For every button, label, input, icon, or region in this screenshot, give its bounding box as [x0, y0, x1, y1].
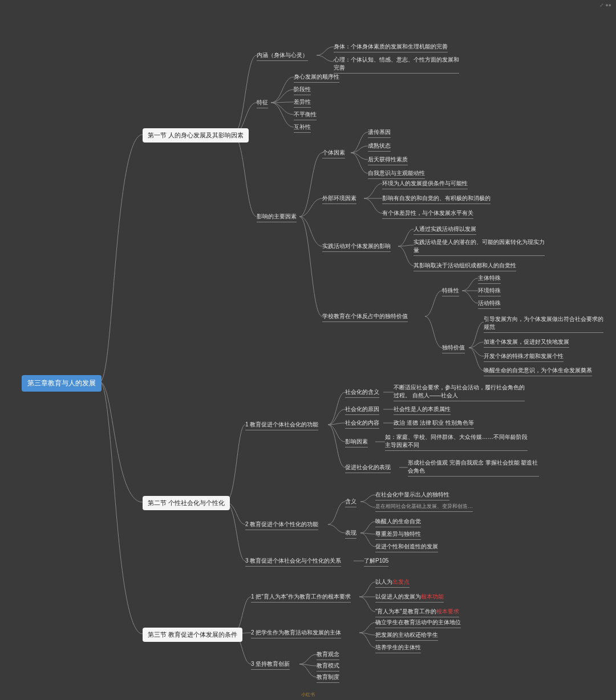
s1-b3-c4-d1-label[interactable]: 特殊性 [442, 287, 459, 296]
s2-b2-c2-leaf-1: 尊重差异与独特性 [375, 530, 421, 540]
s1-b3-c4-label[interactable]: 学校教育在个体反占中的独特价值 [322, 312, 408, 322]
s1-b3-c1-leaf-2: 后天获得性素质 [368, 156, 408, 165]
s1-b2-label[interactable]: 特征 [257, 99, 268, 108]
s1-b3-c1-leaf-3: 自我意识与主观能动性 [368, 169, 425, 179]
s2-b1-c5-label[interactable]: 促进社会化的表现 [345, 463, 391, 473]
s3-b2-leaf-1: 把发展的主动权还给学生 [375, 631, 438, 641]
s1-b3-c1-leaf-0: 遗传基因 [368, 128, 391, 138]
s1-b3-c4-d2-leaf-3: 唤醒生命的自觉意识，为个体生命发展奠基 [484, 367, 592, 376]
s3-b2-leaf-0: 确立学生在教育活动中的主体地位 [375, 618, 461, 628]
s1-b3-c3-leaf-2: 其影响取决于活动组织成都和人的自觉性 [414, 262, 516, 271]
s1-b2-leaf-3: 不平衡性 [294, 111, 317, 120]
s3-b3-leaf-2: 教育制度 [317, 673, 339, 683]
s1-b1-label[interactable]: 内涵（身体与心灵） [257, 51, 308, 61]
mindmap-canvas: ⤢ ●● [0, 0, 616, 700]
s1-b3-c4-d1-leaf-1: 环境特殊 [478, 287, 501, 296]
s3-b3-label[interactable]: 3 坚持教育创新 [251, 660, 290, 670]
s2-b3-label[interactable]: 3 教育促进个体社会化与个性化的关系 [245, 557, 341, 567]
s3-b1-leaf-2: “育人为本”是教育工作的根本要求 [375, 608, 459, 617]
s3-b1-leaf-1: 以促进人的发展为根本功能 [375, 593, 444, 603]
s1-b1-leaf-0: 身体：个体身体素质的发展和生理机能的完善 [334, 43, 448, 52]
s2-b1-c4-label[interactable]: 影响因素 [345, 438, 368, 447]
s2-b2-label[interactable]: 2 教育促进个体个性化的功能 [245, 520, 318, 530]
s1-b2-leaf-1: 阶段性 [294, 86, 311, 95]
s1-b3-c4-d2-label[interactable]: 独特价值 [442, 344, 465, 353]
s1-b2-leaf-2: 差异性 [294, 98, 311, 108]
s1-b3-c1-label[interactable]: 个体因素 [322, 149, 345, 158]
s3-b2-label[interactable]: 2 把学生作为教育活动和发展的主体 [251, 629, 341, 638]
root-node[interactable]: 第三章教育与人的发展 [22, 375, 102, 392]
s1-b1-leaf-1: 心理：个体认知、情感、意志、个性方面的发展和完善 [334, 56, 459, 74]
s1-b3-c4-d1-leaf-2: 活动特殊 [478, 299, 501, 309]
section-1[interactable]: 第一节 人的身心发展及其影响因素 [143, 128, 249, 143]
s2-b2-c2-leaf-2: 促进个性和创造性的发展 [375, 543, 438, 552]
s2-b2-c1-label[interactable]: 含义 [345, 498, 356, 507]
s2-b2-c1-leaf-1: 是在相同社会化基础上发展、变异和创造… [375, 503, 473, 512]
s2-b1-c2-label[interactable]: 社会化的原因 [345, 405, 379, 415]
s2-b2-c2-label[interactable]: 表现 [345, 529, 356, 539]
s2-b2-c1-leaf-0: 在社会化中显示出人的独特性 [375, 491, 449, 500]
s3-b1-label[interactable]: 1 把“育人为本”作为教育工作的根本要求 [251, 593, 351, 603]
s1-b3-c2-leaf-0: 环境为人的发展提供条件与可能性 [382, 180, 468, 189]
section-3[interactable]: 第三节 教育促进个体发展的条件 [143, 628, 242, 642]
s1-b3-c4-d2-leaf-2: 开发个体的特殊才能和发展个性 [484, 352, 564, 362]
s2-b1-label[interactable]: 1 教育促进个体社会化的功能 [245, 421, 318, 430]
s1-b3-label[interactable]: 影响的主要因素 [257, 213, 297, 222]
s1-b3-c1-leaf-1: 成熟状态 [368, 142, 391, 152]
s1-b3-c3-leaf-0: 人通过实践活动得以发展 [414, 225, 476, 235]
s1-b3-c2-label[interactable]: 外部环境因素 [322, 194, 356, 204]
s2-b1-c3-note: 政治 道德 法律 职业 性别角色等 [394, 419, 474, 429]
s1-b2-leaf-4: 互补性 [294, 123, 311, 133]
s2-b1-c1-note: 不断适应社会要求，参与社会活动，履行社会角色的过程。 自然人——社会人 [394, 384, 525, 401]
s2-b3-note: 了解P105 [364, 557, 388, 567]
s1-b3-c4-d2-leaf-0: 引导发展方向，为个体发展做出符合社会要求的规范 [484, 315, 603, 333]
s1-b3-c3-leaf-1: 实践活动是使人的潜在的、可能的因素转化为现实力量 [414, 238, 545, 256]
s2-b1-c3-label[interactable]: 社会化的内容 [345, 419, 379, 429]
s3-b3-leaf-0: 教育观念 [317, 650, 339, 660]
s2-b1-c5-note: 形成社会价值观 完善自我观念 掌握社会技能 塑造社会角色 [408, 459, 539, 477]
fullscreen-icon[interactable]: ⤢ ●● [599, 2, 611, 8]
s2-b1-c2-note: 社会性是人的本质属性 [394, 405, 451, 415]
s3-b2-leaf-2: 培养学生的主体性 [375, 644, 421, 653]
s1-b3-c3-label[interactable]: 实践活动对个体发展的影响 [322, 242, 391, 252]
s2-b1-c1-label[interactable]: 社会化的含义 [345, 388, 379, 398]
watermark: 小红书 [301, 691, 315, 698]
s2-b1-c4-note: 如：家庭、学校、同伴群体、大众传媒……不同年龄阶段主导因素不同 [385, 433, 528, 451]
s3-b1-leaf-0: 以人为出发点 [375, 578, 410, 588]
s1-b3-c4-d2-leaf-1: 加速个体发展，促进好又快地发展 [484, 338, 569, 348]
s1-b3-c4-d1-leaf-0: 主体特殊 [478, 274, 501, 284]
section-2[interactable]: 第二节 个性社会化与个性化 [143, 496, 230, 510]
s2-b2-c2-leaf-0: 唤醒人的生命自觉 [375, 518, 421, 527]
s3-b3-leaf-1: 教育模式 [317, 662, 339, 671]
s1-b3-c2-leaf-2: 有个体差异性，与个体发展水平有关 [382, 209, 473, 219]
s1-b3-c2-leaf-1: 影响有自发的和自觉的、有积极的和消极的 [382, 194, 491, 204]
s1-b2-leaf-0: 身心发展的顺序性 [294, 73, 339, 83]
